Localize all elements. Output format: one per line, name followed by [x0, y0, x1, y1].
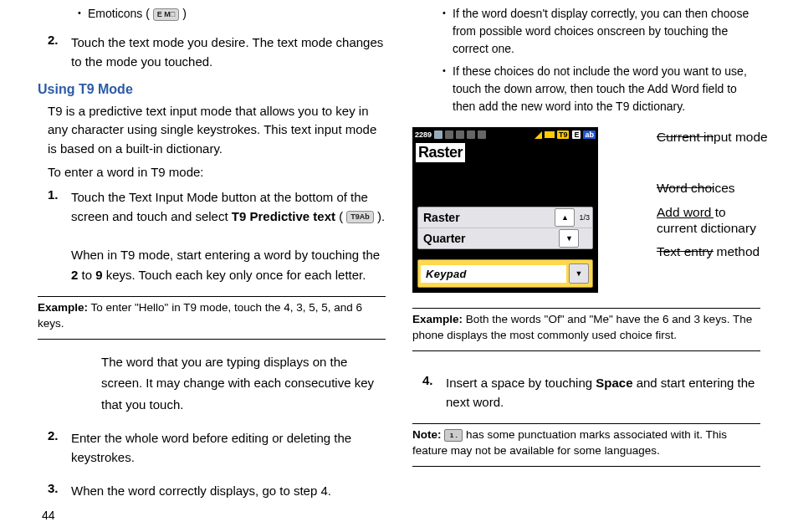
example-label: Example: [38, 301, 88, 314]
arrow-down-icon[interactable] [559, 229, 579, 248]
note-box: Note: 1 . has some punctuation marks ass… [412, 423, 760, 467]
status-icon [445, 130, 453, 139]
signal-icon [535, 131, 542, 139]
callout-add-word-1: Add word to [657, 205, 726, 219]
ol2-text: Enter the whole word before editing or d… [71, 428, 386, 468]
emoticons-text: Emoticons ( [88, 7, 150, 20]
bullet-emoticons: • Emoticons ( E M□ ) [38, 5, 386, 23]
status-icon [478, 130, 486, 139]
ol3-text: When the word correctly displays, go to … [71, 481, 331, 500]
callout-add-word-2: current dictionary [657, 221, 756, 235]
example-box-left: Example: To enter "Hello" in T9 mode, to… [38, 296, 386, 340]
heading-using-t9: Using T9 Mode [38, 82, 386, 97]
ol4-a: Insert a space by touching [446, 376, 596, 390]
bullet-dot-icon: • [442, 63, 453, 115]
bullet-dot-icon: • [78, 5, 88, 23]
ordered-item-4: 4. Insert a space by touching Space and … [422, 373, 760, 412]
ol4-bold: Space [596, 376, 632, 390]
text-entry-bar[interactable]: Keypad [417, 259, 593, 288]
to-enter-line: To enter a word in T9 mode: [38, 163, 386, 182]
ordered-item-2: 2. Enter the whole word before editing o… [48, 428, 386, 468]
b1-text: If the word doesn't display correctly, y… [453, 5, 760, 58]
ordered-item-1: 1. Touch the Text Input Mode button at t… [48, 187, 386, 284]
after-example-text: The word that you are typing displays on… [38, 351, 386, 416]
bullet-dot-icon: • [442, 5, 453, 58]
ol1-open: ( [335, 209, 346, 223]
after-example-p: The word that you are typing displays on… [101, 351, 386, 416]
page-number: 44 [42, 509, 55, 522]
ol1-close: ). [374, 209, 385, 223]
right-column: • If the word doesn't display correctly,… [412, 5, 760, 500]
status-icon [467, 130, 475, 139]
dropdown-icon[interactable] [569, 263, 589, 284]
phone-screen: 2289 T9Eab Raster [412, 127, 598, 293]
step-2-text: Touch the text mode you desire. The text… [71, 33, 386, 72]
callout-entry-method: Text entry method [657, 243, 760, 259]
example-box-right: Example: Both the words "Of" and "Me" ha… [412, 308, 760, 351]
status-icon [434, 130, 442, 139]
bullet-if-word: • If the word doesn't display correctly,… [412, 5, 760, 58]
key-1-icon: 1 . [444, 429, 463, 442]
choice-row-2[interactable]: Quarter [418, 228, 592, 248]
bullet-if-choices: • If these choices do not include the wo… [412, 63, 760, 115]
ab-badge: ab [583, 130, 596, 139]
t9ab-chip-icon: T9Ab [346, 211, 374, 223]
battery-icon [545, 131, 555, 138]
emoticon-chip-icon: E M□ [153, 8, 179, 21]
word-choices-box: Raster 1/3 Quarter [417, 207, 593, 249]
example-text-r: Both the words "Of" and "Me" have the 6 … [412, 313, 752, 341]
left-column: • Emoticons ( E M□ ) 2. Touch the text m… [38, 5, 386, 500]
example-label-r: Example: [412, 313, 463, 325]
choice-1: Raster [418, 211, 553, 224]
ordered-item-3: 3. When the word correctly displays, go … [48, 481, 386, 500]
keypad-label: Keypad [421, 265, 566, 283]
page-counter: 1/3 [576, 213, 592, 222]
status-icon [456, 130, 464, 139]
ol1-d-start: When in T9 mode, start entering a word b… [71, 248, 380, 262]
ol1-to: to [78, 268, 95, 282]
e-badge: E [572, 130, 581, 139]
ol1-key9: 9 [95, 268, 102, 282]
ol1-bold: T9 Predictive text [232, 209, 335, 223]
ol1-end: keys. Touch each key only once for each … [103, 268, 366, 282]
choice-2: Quarter [418, 232, 557, 245]
b2-text: If these choices do not include the word… [453, 63, 760, 115]
callouts: Current input mode Word choices Add word… [598, 127, 760, 291]
step-2-top: 2. Touch the text mode you desire. The t… [48, 33, 386, 72]
arrow-up-icon[interactable] [555, 208, 575, 227]
typed-word: Raster [416, 143, 465, 162]
choice-row-1[interactable]: Raster 1/3 [418, 207, 592, 228]
status-bar: 2289 T9Eab [413, 128, 597, 141]
t9-badge: T9 [557, 130, 570, 139]
callout-input-mode: Current input mode [657, 129, 768, 145]
phone-diagram: 2289 T9Eab Raster [412, 127, 760, 293]
status-time: 2289 [415, 130, 432, 139]
note-label: Note: [412, 428, 442, 441]
callout-word-choices: Word choices [657, 180, 735, 196]
intro-paragraph: T9 is a predictive text input mode that … [38, 102, 386, 159]
emoticons-close: ) [182, 7, 187, 20]
